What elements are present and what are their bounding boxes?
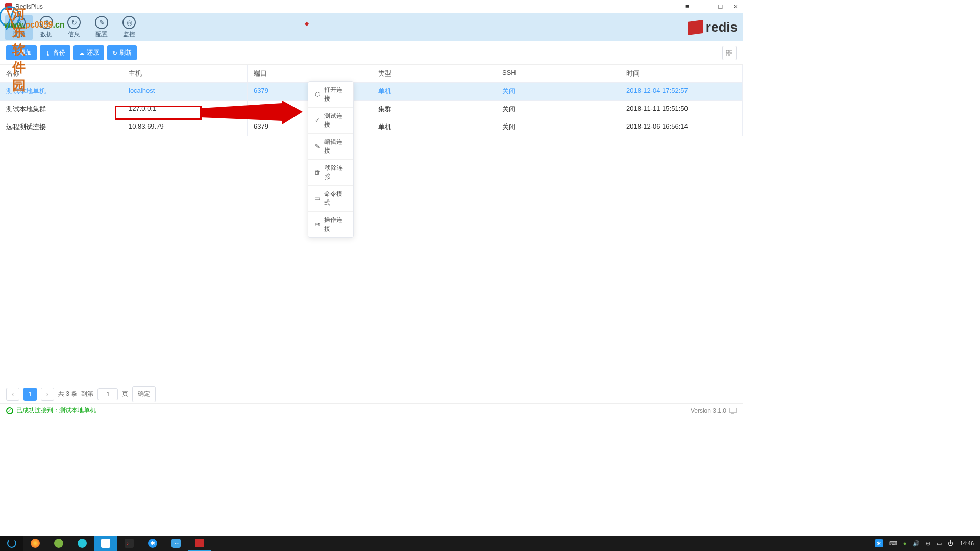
prev-page-button[interactable]: ‹ bbox=[6, 388, 19, 401]
taskbar-app5[interactable]: 〰 bbox=[164, 536, 188, 551]
tray-wechat-icon[interactable]: ● bbox=[903, 540, 907, 546]
next-page-button[interactable]: › bbox=[41, 388, 54, 401]
toolbar-config[interactable]: ✎ 配置 bbox=[88, 15, 115, 40]
toolbar-info[interactable]: ↻ 信息 bbox=[60, 15, 88, 40]
toolbar-connect[interactable]: ⎘ 连接 bbox=[5, 15, 33, 40]
cell-ssh: 关闭 bbox=[496, 101, 620, 118]
backup-label: 备份 bbox=[53, 48, 65, 57]
status-bar: ✓ 已成功连接到：测试本地单机 Version 3.1.0 bbox=[0, 403, 743, 417]
toolbar-data-label: 数据 bbox=[40, 30, 53, 39]
table-row[interactable]: 测试本地单机 localhost 6379 单机 关闭 2018-12-04 1… bbox=[0, 83, 743, 101]
tray-power-icon[interactable]: ⏻ bbox=[948, 540, 953, 546]
taskbar-app3[interactable] bbox=[94, 536, 117, 551]
tray-keyboard-icon[interactable]: ⌨ bbox=[889, 540, 897, 547]
tray-volume-icon[interactable]: 🔊 bbox=[913, 540, 920, 547]
table-row[interactable]: 测试本地集群 127.0.0.1 7001 集群 关闭 2018-11-11 1… bbox=[0, 101, 743, 118]
cube-icon: ⬡ bbox=[314, 91, 320, 98]
header-time[interactable]: 时间 bbox=[620, 65, 743, 82]
taskbar-terminal[interactable]: ›_ bbox=[117, 536, 141, 551]
terminal-icon: ›_ bbox=[125, 539, 134, 548]
grid-toggle-button[interactable] bbox=[722, 46, 737, 60]
minimize-icon[interactable]: — bbox=[701, 3, 707, 10]
backup-button[interactable]: ⭳备份 bbox=[40, 45, 70, 60]
start-button[interactable] bbox=[0, 536, 23, 551]
header-name[interactable]: 名称 bbox=[0, 65, 122, 82]
total-text: 共 3 条 bbox=[58, 390, 77, 398]
cell-type: 单机 bbox=[372, 118, 496, 136]
cell-host: 10.83.69.79 bbox=[122, 118, 248, 136]
data-icon: ⚙ bbox=[40, 16, 53, 29]
toolbar-info-label: 信息 bbox=[68, 30, 80, 39]
menu-label: 编辑连接 bbox=[324, 138, 347, 155]
close-icon[interactable]: × bbox=[733, 3, 738, 10]
header-ssh[interactable]: SSH bbox=[496, 65, 620, 82]
tray-star-icon[interactable]: ✱ bbox=[875, 539, 883, 547]
page-number[interactable]: 1 bbox=[23, 388, 37, 401]
taskbar-redisplus[interactable] bbox=[188, 536, 211, 551]
redis-cube-icon bbox=[688, 19, 703, 35]
goto-text: 到第 bbox=[81, 390, 93, 398]
redis-logo: redis bbox=[688, 19, 738, 35]
scissors-icon: ✂ bbox=[314, 221, 320, 228]
pencil-icon: ✎ bbox=[314, 143, 320, 150]
menu-label: 操作连接 bbox=[324, 216, 347, 233]
menu-icon[interactable]: ≡ bbox=[685, 3, 690, 10]
svg-rect-0 bbox=[726, 50, 729, 53]
menu-command-mode[interactable]: ▭命令模式 bbox=[308, 185, 353, 211]
tray-battery-icon[interactable]: ▭ bbox=[937, 540, 942, 547]
taskbar-app2[interactable] bbox=[70, 536, 94, 551]
monitor-small-icon bbox=[729, 408, 737, 414]
table-row[interactable]: 远程测试连接 10.83.69.79 6379 单机 关闭 2018-12-06… bbox=[0, 118, 743, 136]
menu-remove-connection[interactable]: 🗑移除连接 bbox=[308, 159, 353, 185]
taskbar-app1[interactable] bbox=[47, 536, 70, 551]
maximize-icon[interactable]: □ bbox=[719, 3, 723, 10]
restore-button[interactable]: ☁还原 bbox=[74, 45, 104, 60]
plus-icon: ＋ bbox=[11, 48, 17, 57]
header-host[interactable]: 主机 bbox=[122, 65, 248, 82]
pagination: ‹ 1 › 共 3 条 到第 页 确定 bbox=[6, 382, 737, 402]
add-button[interactable]: ＋添加 bbox=[6, 45, 37, 60]
menu-operate-connection[interactable]: ✂操作连接 bbox=[308, 211, 353, 237]
taskbar-firefox[interactable] bbox=[23, 536, 47, 551]
menu-label: 打开连接 bbox=[324, 86, 347, 103]
deepin-icon bbox=[7, 539, 16, 548]
tray-clock[interactable]: 14:46 bbox=[960, 540, 974, 546]
svg-rect-5 bbox=[729, 408, 737, 412]
menu-label: 命令模式 bbox=[324, 190, 347, 207]
taskbar-app4[interactable]: ✱ bbox=[141, 536, 164, 551]
app-title: RedisPlus bbox=[15, 3, 43, 10]
page-input[interactable] bbox=[97, 388, 118, 400]
redis-icon bbox=[195, 539, 204, 547]
restore-label: 还原 bbox=[87, 48, 99, 57]
connect-icon: ⎘ bbox=[12, 16, 26, 29]
toolbar-data[interactable]: ⚙ 数据 bbox=[33, 15, 60, 40]
green-icon bbox=[54, 539, 63, 548]
monitor-icon: ◎ bbox=[122, 16, 136, 29]
refresh-button[interactable]: ↻刷新 bbox=[107, 45, 137, 60]
menu-open-connection[interactable]: ⬡打开连接 bbox=[308, 82, 353, 107]
tray-wifi-icon[interactable]: ⊚ bbox=[926, 540, 930, 547]
goto-confirm-button[interactable]: 确定 bbox=[132, 386, 156, 402]
cell-time: 2018-12-04 17:52:57 bbox=[620, 83, 743, 100]
toolbar-monitor[interactable]: ◎ 监控 bbox=[115, 15, 143, 40]
cloud-icon: ☁ bbox=[79, 49, 85, 57]
cell-ssh: 关闭 bbox=[496, 83, 620, 100]
add-label: 添加 bbox=[19, 48, 32, 57]
menu-edit-connection[interactable]: ✎编辑连接 bbox=[308, 133, 353, 159]
cell-name: 远程测试连接 bbox=[0, 118, 122, 136]
cell-type: 单机 bbox=[372, 83, 496, 100]
svg-rect-3 bbox=[730, 54, 732, 56]
header-port[interactable]: 端口 bbox=[248, 65, 372, 82]
action-bar: ＋添加 ⭳备份 ☁还原 ↻刷新 bbox=[0, 41, 743, 65]
table-header: 名称 主机 端口 类型 SSH 时间 bbox=[0, 65, 743, 83]
page-text: 页 bbox=[122, 390, 128, 398]
cell-host: 127.0.0.1 bbox=[122, 101, 248, 118]
cell-host: localhost bbox=[122, 83, 248, 100]
system-tray: ✱ ⌨ ● 🔊 ⊚ ▭ ⏻ 14:46 bbox=[875, 539, 980, 547]
toolbar-config-label: 配置 bbox=[95, 30, 108, 39]
header-type[interactable]: 类型 bbox=[372, 65, 496, 82]
menu-test-connection[interactable]: ✓测试连接 bbox=[308, 107, 353, 133]
notification-dot bbox=[305, 22, 309, 26]
cell-type: 集群 bbox=[372, 101, 496, 118]
refresh-icon: ↻ bbox=[112, 49, 117, 57]
